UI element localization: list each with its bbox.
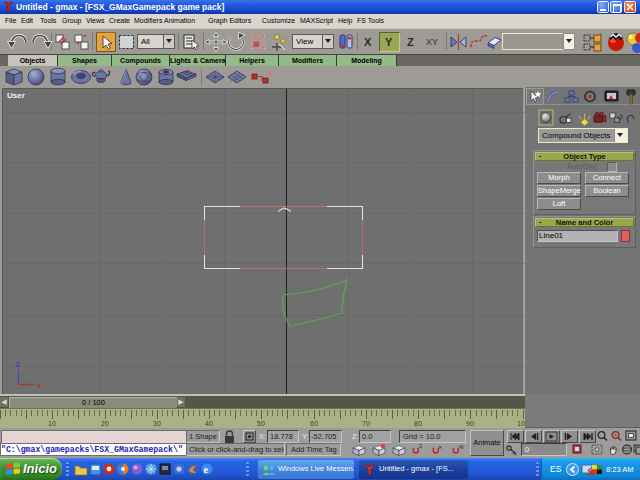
svg-text:90: 90 xyxy=(466,420,474,427)
svg-text:x: x xyxy=(37,381,42,390)
svg-text:Z: Z xyxy=(15,360,20,369)
svg-text:e: e xyxy=(204,464,209,475)
svg-text:3: 3 xyxy=(419,443,422,449)
svg-text:30: 30 xyxy=(153,420,161,427)
svg-text:10: 10 xyxy=(48,420,56,427)
svg-text:10: 10 xyxy=(517,420,525,427)
svg-text:60: 60 xyxy=(310,420,318,427)
svg-text:50: 50 xyxy=(257,420,265,427)
svg-text:%: % xyxy=(459,444,464,450)
svg-text:Y: Y xyxy=(20,370,26,379)
svg-text:40: 40 xyxy=(205,420,213,427)
svg-text:80: 80 xyxy=(414,420,422,427)
svg-text:20: 20 xyxy=(101,420,109,427)
svg-text:70: 70 xyxy=(362,420,370,427)
